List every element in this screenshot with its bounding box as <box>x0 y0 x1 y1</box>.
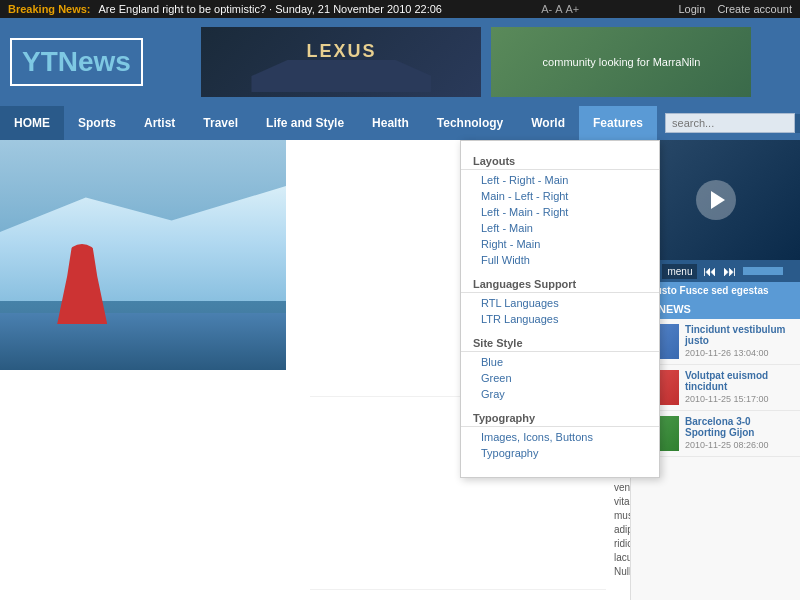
search-button[interactable]: 🔍 <box>795 114 800 133</box>
font-large[interactable]: A+ <box>566 3 580 15</box>
logo-news: News <box>58 46 131 77</box>
nav-technology[interactable]: Technology <box>423 106 517 140</box>
login-link[interactable]: Login <box>678 3 705 15</box>
style-green[interactable]: Green <box>461 370 659 386</box>
layout-left-right-main[interactable]: Left - Right - Main <box>461 172 659 188</box>
site-style-title: Site Style <box>461 333 659 352</box>
font-controls: A- A A+ <box>541 3 579 15</box>
languages-title: Languages Support <box>461 274 659 293</box>
navbar: HOME Sports Artist Travel Life and Style… <box>0 106 800 140</box>
video-prev-button[interactable]: ⏮ <box>703 263 717 279</box>
breaking-news-bar: Breaking News: Are England right to be o… <box>0 0 800 18</box>
style-gray[interactable]: Gray <box>461 386 659 402</box>
glacier-scene <box>0 140 286 370</box>
typo-typography[interactable]: Typography <box>461 445 659 461</box>
play-icon <box>711 191 725 209</box>
ar-item-date-0: 2010-11-26 13:04:00 <box>685 348 794 358</box>
layouts-section: Layouts Left - Right - Main Main - Left … <box>461 151 659 268</box>
volume-bar[interactable] <box>743 267 783 275</box>
community-text: community looking for MarraNiln <box>538 51 706 73</box>
nav-home[interactable]: HOME <box>0 106 64 140</box>
breaking-headline: Are England right to be optimistic? · Su… <box>99 3 442 15</box>
header-ads: LEXUS OF TULSA TOL FREE 800-413-2982 com… <box>163 27 790 97</box>
community-ad[interactable]: community looking for MarraNiln <box>491 27 751 97</box>
site-header: YTNews LEXUS OF TULSA TOL FREE 800-413-2… <box>0 18 800 106</box>
ar-item-text-2: Barcelona 3-0 Sporting Gijon 2010-11-25 … <box>685 416 794 451</box>
site-logo[interactable]: YTNews <box>10 38 143 86</box>
breaking-label: Breaking News: <box>8 3 91 15</box>
lang-rtl[interactable]: RTL Languages <box>461 295 659 311</box>
style-blue[interactable]: Blue <box>461 354 659 370</box>
layout-left-main-right[interactable]: Left - Main - Right <box>461 204 659 220</box>
lexus-logo: LEXUS <box>306 41 376 62</box>
ar-item-text-1: Volutpat euismod tincidunt 2010-11-25 15… <box>685 370 794 405</box>
main-content: Vestibulum sem wisi eu at et... Magna at… <box>0 140 800 600</box>
nav-health[interactable]: Health <box>358 106 423 140</box>
logo-yt: YT <box>22 46 58 77</box>
video-next-button[interactable]: ⏭ <box>723 263 737 279</box>
search-input[interactable] <box>665 113 795 133</box>
nav-travel[interactable]: Travel <box>189 106 252 140</box>
breaking-news-left: Breaking News: Are England right to be o… <box>8 3 442 15</box>
typography-title: Typography <box>461 408 659 427</box>
featured-image <box>0 140 286 370</box>
nav-world[interactable]: World <box>517 106 579 140</box>
typography-section: Typography Images, Icons, Buttons Typogr… <box>461 408 659 461</box>
lang-ltr[interactable]: LTR Languages <box>461 311 659 327</box>
font-small[interactable]: A- <box>541 3 552 15</box>
languages-section: Languages Support RTL Languages LTR Lang… <box>461 274 659 327</box>
nav-artist[interactable]: Artist <box>130 106 189 140</box>
nav-life-style[interactable]: Life and Style <box>252 106 358 140</box>
typo-images[interactable]: Images, Icons, Buttons <box>461 429 659 445</box>
create-account-link[interactable]: Create account <box>717 3 792 15</box>
play-button[interactable] <box>696 180 736 220</box>
layout-full-width[interactable]: Full Width <box>461 252 659 268</box>
ar-item-date-2: 2010-11-25 08:26:00 <box>685 440 794 450</box>
layout-main-left-right[interactable]: Main - Left - Right <box>461 188 659 204</box>
layout-right-main[interactable]: Right - Main <box>461 236 659 252</box>
font-normal[interactable]: A <box>555 3 562 15</box>
layout-left-main[interactable]: Left - Main <box>461 220 659 236</box>
nav-sports[interactable]: Sports <box>64 106 130 140</box>
breaking-news-right: Login Create account <box>678 3 792 15</box>
layouts-title: Layouts <box>461 151 659 170</box>
lexus-ad[interactable]: LEXUS OF TULSA TOL FREE 800-413-2982 <box>201 27 481 97</box>
ar-item-title-1[interactable]: Volutpat euismod tincidunt <box>685 370 794 392</box>
menu-button[interactable]: menu <box>662 264 697 279</box>
nav-features[interactable]: Features <box>579 106 657 140</box>
features-dropdown: Layouts Left - Right - Main Main - Left … <box>460 140 660 478</box>
glacier-water <box>0 313 286 371</box>
nav-search: 🔍 <box>657 106 800 140</box>
ar-item-text-0: Tincidunt vestibulum justo 2010-11-26 13… <box>685 324 794 359</box>
site-style-section: Site Style Blue Green Gray <box>461 333 659 402</box>
ar-item-title-2[interactable]: Barcelona 3-0 Sporting Gijon <box>685 416 794 438</box>
ar-item-title-0[interactable]: Tincidunt vestibulum justo <box>685 324 794 346</box>
ar-item-date-1: 2010-11-25 15:17:00 <box>685 394 794 404</box>
